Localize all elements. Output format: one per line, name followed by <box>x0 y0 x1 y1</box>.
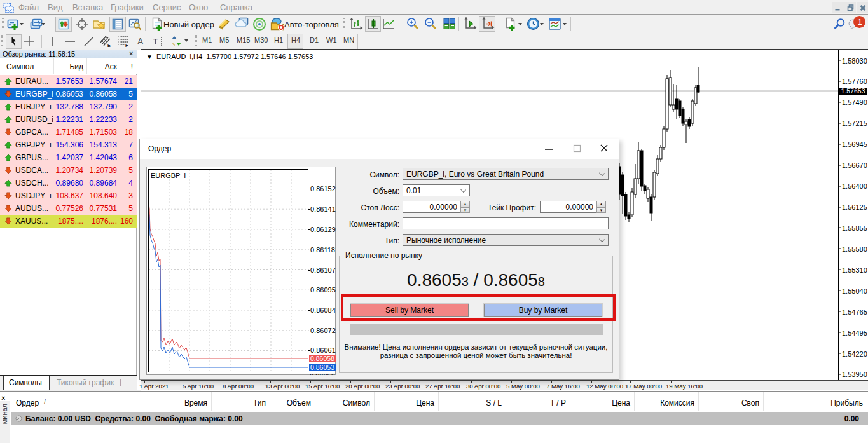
svg-text:E: E <box>107 43 111 48</box>
svg-text:F: F <box>125 43 128 48</box>
svg-text:1: 1 <box>858 17 862 27</box>
svg-text:T: T <box>153 37 158 45</box>
